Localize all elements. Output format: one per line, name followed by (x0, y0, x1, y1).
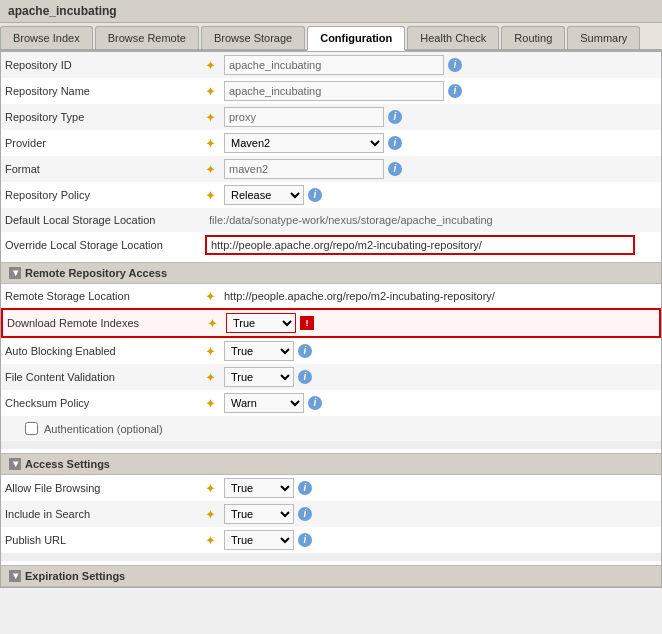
publish-url-select[interactable]: True False (224, 530, 294, 550)
allow-file-browsing-select[interactable]: True False (224, 478, 294, 498)
flag-icon-download: ! (300, 316, 314, 330)
download-remote-indexes-field: ✦ True False ! (207, 313, 655, 333)
remote-repo-section-header: ▾ Remote Repository Access (1, 262, 661, 284)
override-storage-field (205, 235, 657, 255)
auto-blocking-row: Auto Blocking Enabled ✦ True False i (1, 338, 661, 364)
info-icon-repo-id[interactable]: i (448, 58, 462, 72)
download-remote-indexes-select[interactable]: True False (226, 313, 296, 333)
access-settings-section-header: ▾ Access Settings (1, 453, 661, 475)
remote-storage-value: http://people.apache.org/repo/m2-incubat… (224, 290, 495, 302)
default-storage-row: Default Local Storage Location file:/dat… (1, 208, 661, 232)
include-in-search-row: Include in Search ✦ True False i (1, 501, 661, 527)
repository-type-input (224, 107, 384, 127)
remote-storage-row: Remote Storage Location ✦ http://people.… (1, 284, 661, 308)
info-icon-provider[interactable]: i (388, 136, 402, 150)
override-storage-label: Override Local Storage Location (5, 239, 205, 251)
repository-id-input[interactable] (224, 55, 444, 75)
repository-id-label: Repository ID (5, 59, 205, 71)
allow-file-browsing-row: Allow File Browsing ✦ True False i (1, 475, 661, 501)
repository-policy-select[interactable]: Release Snapshot (224, 185, 304, 205)
remote-storage-field: ✦ http://people.apache.org/repo/m2-incub… (205, 289, 657, 304)
repository-id-row: Repository ID ✦ i (1, 52, 661, 78)
tab-browse-remote[interactable]: Browse Remote (95, 26, 199, 49)
tab-browse-storage[interactable]: Browse Storage (201, 26, 305, 49)
info-icon-auto[interactable]: i (298, 344, 312, 358)
repository-type-field: ✦ i (205, 107, 657, 127)
repository-id-field: ✦ i (205, 55, 657, 75)
required-star-pub: ✦ (205, 533, 216, 548)
remote-storage-label: Remote Storage Location (5, 290, 205, 302)
auto-blocking-select[interactable]: True False (224, 341, 294, 361)
authentication-checkbox[interactable] (25, 422, 38, 435)
expiration-settings-section-title: Expiration Settings (25, 570, 125, 582)
tab-routing[interactable]: Routing (501, 26, 565, 49)
file-content-validation-field: ✦ True False i (205, 367, 657, 387)
content-area: Repository ID ✦ i Repository Name ✦ i Re… (0, 51, 662, 588)
info-icon-iis[interactable]: i (298, 507, 312, 521)
auto-blocking-label: Auto Blocking Enabled (5, 345, 205, 357)
file-content-validation-select[interactable]: True False (224, 367, 294, 387)
include-in-search-label: Include in Search (5, 508, 205, 520)
override-storage-input[interactable] (205, 235, 635, 255)
provider-label: Provider (5, 137, 205, 149)
info-icon-afb[interactable]: i (298, 481, 312, 495)
provider-row: Provider ✦ Maven2 i (1, 130, 661, 156)
tab-health-check[interactable]: Health Check (407, 26, 499, 49)
include-in-search-field: ✦ True False i (205, 504, 657, 524)
info-icon-format[interactable]: i (388, 162, 402, 176)
required-star-auto: ✦ (205, 344, 216, 359)
include-in-search-select[interactable]: True False (224, 504, 294, 524)
default-storage-label: Default Local Storage Location (5, 214, 205, 226)
allow-file-browsing-field: ✦ True False i (205, 478, 657, 498)
repository-name-field: ✦ i (205, 81, 657, 101)
authentication-label: Authentication (optional) (44, 423, 163, 435)
info-icon-fcv[interactable]: i (298, 370, 312, 384)
format-row: Format ✦ i (1, 156, 661, 182)
checksum-policy-select[interactable]: Warn Strict None (224, 393, 304, 413)
provider-select[interactable]: Maven2 (224, 133, 384, 153)
info-icon-repo-name[interactable]: i (448, 84, 462, 98)
info-icon-repo-type[interactable]: i (388, 110, 402, 124)
static-storage-value: file:/data/sonatype-work/nexus/storage/a… (205, 212, 497, 228)
publish-url-row: Publish URL ✦ True False i (1, 527, 661, 553)
repository-name-input[interactable] (224, 81, 444, 101)
window-title: apache_incubating (0, 0, 662, 23)
repository-type-label: Repository Type (5, 111, 205, 123)
authentication-row: Authentication (optional) (1, 416, 661, 441)
auto-blocking-field: ✦ True False i (205, 341, 657, 361)
file-content-validation-row: File Content Validation ✦ True False i (1, 364, 661, 390)
required-star-policy: ✦ (205, 188, 216, 203)
required-star-checksum: ✦ (205, 396, 216, 411)
required-star-afb: ✦ (205, 481, 216, 496)
repository-name-row: Repository Name ✦ i (1, 78, 661, 104)
download-remote-indexes-label: Download Remote Indexes (7, 317, 207, 329)
tab-browse-index[interactable]: Browse Index (0, 26, 93, 49)
required-star-format: ✦ (205, 162, 216, 177)
publish-url-label: Publish URL (5, 534, 205, 546)
collapse-access-icon[interactable]: ▾ (9, 458, 21, 470)
info-icon-pub[interactable]: i (298, 533, 312, 547)
info-icon-policy[interactable]: i (308, 188, 322, 202)
required-star-name: ✦ (205, 84, 216, 99)
file-content-validation-label: File Content Validation (5, 371, 205, 383)
access-settings-section-title: Access Settings (25, 458, 110, 470)
allow-file-browsing-label: Allow File Browsing (5, 482, 205, 494)
repository-policy-label: Repository Policy (5, 189, 205, 201)
format-field: ✦ i (205, 159, 657, 179)
collapse-expiration-icon[interactable]: ▾ (9, 570, 21, 582)
tab-configuration[interactable]: Configuration (307, 26, 405, 51)
checksum-policy-label: Checksum Policy (5, 397, 205, 409)
required-star-remote: ✦ (205, 289, 216, 304)
download-remote-indexes-row: Download Remote Indexes ✦ True False ! (1, 308, 661, 338)
checksum-policy-field: ✦ Warn Strict None i (205, 393, 657, 413)
info-icon-checksum[interactable]: i (308, 396, 322, 410)
format-label: Format (5, 163, 205, 175)
tab-summary[interactable]: Summary (567, 26, 640, 49)
default-storage-field: file:/data/sonatype-work/nexus/storage/a… (205, 212, 657, 228)
tabs-bar: Browse Index Browse Remote Browse Storag… (0, 23, 662, 51)
required-star-iis: ✦ (205, 507, 216, 522)
publish-url-field: ✦ True False i (205, 530, 657, 550)
required-star-type: ✦ (205, 110, 216, 125)
required-star-fcv: ✦ (205, 370, 216, 385)
collapse-remote-icon[interactable]: ▾ (9, 267, 21, 279)
